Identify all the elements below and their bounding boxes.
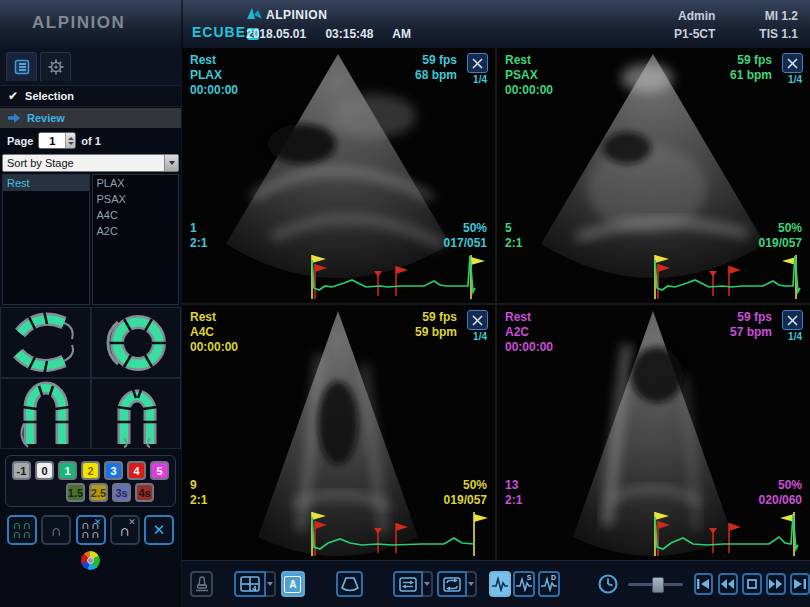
ecg-systole-button[interactable]: S (513, 571, 535, 597)
color-wheel-icon[interactable] (81, 551, 100, 570)
skip-end-button[interactable] (790, 573, 810, 595)
top-status-bar: ALPINION ECUBE8 ALPINION 2018.05.01 03:1… (0, 0, 810, 49)
loop-arrows-icon (443, 577, 461, 592)
score-button-1[interactable]: 1 (58, 461, 77, 480)
probe-button[interactable] (190, 571, 213, 597)
page-input[interactable] (39, 133, 65, 148)
tab-settings[interactable] (40, 52, 71, 81)
tab-protocol[interactable] (6, 52, 37, 81)
fast-forward-button[interactable] (766, 573, 786, 595)
ecg-display-button[interactable] (489, 571, 511, 597)
facility-name: ALPINION (266, 8, 327, 22)
expand-quadrant-button[interactable] (467, 310, 488, 330)
segment-diagram-psax[interactable] (91, 307, 182, 378)
view-item-a4c[interactable]: A4C (93, 207, 179, 223)
bpm-value: 57 bpm (730, 325, 772, 340)
score-button-5[interactable]: 5 (150, 461, 169, 480)
stop-button[interactable] (742, 573, 762, 595)
annotation-button[interactable]: A (281, 571, 305, 597)
clip-number: 5 (505, 221, 522, 236)
annotation-a-icon: A (284, 576, 301, 593)
sort-dropdown[interactable]: Sort by Stage (2, 154, 179, 172)
expand-icon (787, 58, 798, 69)
hide-single-segment-button[interactable]: ∩ ✕ (110, 515, 140, 545)
score-button-3s[interactable]: 3s (112, 483, 131, 502)
quad-page-indicator: 1/4 (788, 74, 802, 85)
view-label: A2C (505, 325, 553, 340)
quad-info-top-left: Rest A2C 00:00:00 (505, 310, 553, 355)
score-button-0[interactable]: 0 (35, 461, 54, 480)
rewind-button[interactable] (718, 573, 738, 595)
score-button-1-5[interactable]: 1.5 (66, 483, 85, 502)
loop-dropdown-caret[interactable] (467, 571, 477, 597)
fps-value: 59 fps (730, 310, 772, 325)
close-scoring-button[interactable]: ✕ (144, 515, 174, 545)
stage-label: Rest (505, 310, 553, 325)
quad-info-top-right: 59 fps 68 bpm (415, 53, 457, 83)
show-all-segments-button[interactable]: ∩∩∩∩ (7, 515, 37, 545)
header-divider (181, 0, 183, 48)
transfer-button[interactable] (393, 571, 423, 597)
ecg-trace (182, 507, 495, 559)
selection-row[interactable]: ✔ Selection (0, 86, 181, 107)
transfer-group (393, 571, 433, 597)
quad-info-top-right: 59 fps 57 bpm (730, 310, 772, 340)
speed-slider[interactable] (628, 583, 682, 586)
transfer-dropdown-caret[interactable] (423, 571, 433, 597)
bpm-value: 61 bpm (730, 68, 772, 83)
view-item-plax[interactable]: PLAX (93, 175, 179, 191)
frame-counter: 019/057 (444, 493, 487, 508)
quadrant-plax[interactable]: Rest PLAX 00:00:00 59 fps 68 bpm 1/4 1 2… (182, 48, 495, 303)
tis-value: TIS 1.1 (759, 25, 798, 43)
show-single-segment-button[interactable]: ∩ (41, 515, 71, 545)
color-wheel-wrap (0, 551, 181, 570)
score-button-4s[interactable]: 4s (135, 483, 154, 502)
fps-value: 59 fps (730, 53, 772, 68)
score-button-2-5[interactable]: 2.5 (89, 483, 108, 502)
expand-quadrant-button[interactable] (467, 53, 488, 73)
quadrant-a2c[interactable]: Rest A2C 00:00:00 59 fps 57 bpm 1/4 13 2… (497, 305, 810, 560)
list-icon (14, 59, 30, 75)
dropdown-caret-icon[interactable] (164, 155, 178, 171)
sector-display-button[interactable] (336, 571, 363, 597)
segment-diagram-plax[interactable] (0, 307, 91, 378)
clip-time: 00:00:00 (190, 83, 238, 98)
segment-diagram-a2c[interactable] (91, 378, 182, 449)
slider-handle[interactable] (652, 577, 664, 593)
expand-quadrant-button[interactable] (782, 310, 803, 330)
speed-value: 50% (759, 478, 802, 493)
ecg-diastole-button[interactable]: D (538, 571, 560, 597)
quad-info-bottom-left: 9 2:1 (190, 478, 207, 508)
hide-all-segments-button[interactable]: ∩∩∩∩ ✕ (76, 515, 106, 545)
score-button-4[interactable]: 4 (127, 461, 146, 480)
arrow-right-icon (8, 113, 20, 123)
page-spinner[interactable] (65, 133, 75, 148)
skip-start-button[interactable] (694, 573, 714, 595)
time-scale-button[interactable] (597, 573, 619, 595)
probe-icon (195, 576, 209, 592)
sort-value: Sort by Stage (7, 157, 74, 169)
loop-mode-button[interactable] (437, 571, 467, 597)
frame-counter: 019/057 (759, 236, 802, 251)
review-row[interactable]: Review (0, 108, 181, 128)
alpinion-logo: ALPINION (32, 13, 125, 33)
score-button-3[interactable]: 3 (104, 461, 123, 480)
expand-quadrant-button[interactable] (782, 53, 803, 73)
fps-value: 59 fps (415, 53, 457, 68)
date: 2018.05.01 (246, 27, 306, 41)
score-row-2: 1.5 2.5 3s 4s (6, 483, 175, 502)
score-button-2[interactable]: 2 (81, 461, 100, 480)
layout-4up-button[interactable]: 4 (234, 571, 266, 597)
quad-image-area: Rest PLAX 00:00:00 59 fps 68 bpm 1/4 1 2… (182, 48, 810, 560)
stage-item-rest[interactable]: Rest (3, 175, 89, 191)
stop-icon (746, 578, 758, 590)
x-badge-icon: ✕ (94, 517, 102, 527)
quadrant-psax[interactable]: Rest PSAX 00:00:00 59 fps 61 bpm 1/4 5 2… (497, 48, 810, 303)
view-item-a2c[interactable]: A2C (93, 223, 179, 239)
score-button-minus1[interactable]: -1 (12, 461, 31, 480)
view-item-psax[interactable]: PSAX (93, 191, 179, 207)
segment-diagram-a4c[interactable] (0, 378, 91, 449)
zoom-ratio: 2:1 (505, 236, 522, 251)
quadrant-a4c[interactable]: Rest A4C 00:00:00 59 fps 59 bpm 1/4 9 2:… (182, 305, 495, 560)
layout-dropdown-caret[interactable] (266, 571, 276, 597)
